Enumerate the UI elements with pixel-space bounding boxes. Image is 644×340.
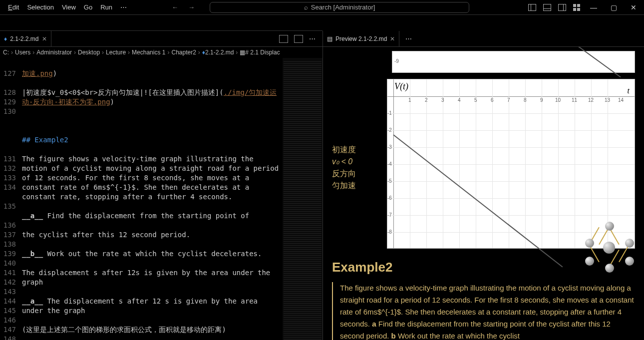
editor-more-icon[interactable]: ⋯ bbox=[309, 35, 317, 42]
menu-view[interactable]: View bbox=[58, 1, 80, 13]
menu-go[interactable]: Go bbox=[80, 1, 96, 13]
search-icon: ⌕ bbox=[304, 3, 308, 11]
code-content[interactable]: 加速.png) |初速度$v_0$<0$<br>反方向匀加速|![在这里插入图片… bbox=[22, 58, 283, 340]
tab-preview[interactable]: ▤ Preview 2.1-2.2.md ✕ bbox=[323, 31, 399, 46]
toggle-secondary-sidebar-icon[interactable] bbox=[558, 4, 566, 11]
maximize-button[interactable]: ▢ bbox=[607, 3, 620, 11]
tab-label: 2.1-2.2.md bbox=[10, 35, 38, 42]
menu-edit[interactable]: Edit bbox=[4, 1, 23, 13]
chart-fragment-top: -9 bbox=[392, 51, 635, 73]
close-preview-tab-icon[interactable]: ✕ bbox=[390, 35, 395, 42]
search-placeholder: Search [Administrator] bbox=[311, 3, 375, 11]
close-window-button[interactable]: ✕ bbox=[627, 3, 640, 11]
preview-pane: ▤ Preview 2.1-2.2.md ✕ ⋯ -9 初速度 v₀ < 0 反… bbox=[323, 31, 644, 340]
preview-body-text: The figure shows a velocity-time graph i… bbox=[332, 282, 635, 340]
nav-forward-icon[interactable]: → bbox=[188, 3, 195, 11]
toggle-primary-sidebar-icon[interactable] bbox=[528, 4, 536, 11]
editor-area[interactable]: 127 128 129 130 131 132 133 134 135 136 … bbox=[0, 58, 322, 340]
toggle-panel-icon[interactable] bbox=[543, 4, 551, 11]
tab-editor-file[interactable]: ♦ 2.1-2.2.md ✕ bbox=[0, 31, 51, 46]
menu-more[interactable]: ⋯ bbox=[116, 1, 132, 13]
menu-run[interactable]: Run bbox=[96, 1, 116, 13]
breadcrumb[interactable]: C:› Users› Administrator› Desktop› Lectu… bbox=[0, 47, 322, 58]
preview-content[interactable]: -9 初速度 v₀ < 0 反方向 匀加速 V(t) t bbox=[323, 47, 644, 340]
minimap[interactable] bbox=[283, 58, 322, 340]
customize-layout-icon[interactable] bbox=[573, 4, 580, 11]
editor-pane: ♦ 2.1-2.2.md ✕ ⋯ C:› Users› Administrato… bbox=[0, 31, 323, 340]
split-editor-icon[interactable] bbox=[279, 35, 288, 43]
preview-more-icon[interactable]: ⋯ bbox=[405, 35, 413, 42]
close-tab-icon[interactable]: ✕ bbox=[42, 35, 47, 42]
open-preview-icon[interactable] bbox=[294, 35, 303, 43]
preview-icon: ▤ bbox=[327, 35, 332, 42]
y-axis-label: V(t) bbox=[394, 81, 408, 92]
markdown-file-icon: ♦ bbox=[4, 35, 7, 42]
nav-back-icon[interactable]: ← bbox=[172, 3, 178, 11]
molecule-overlay-icon bbox=[584, 222, 634, 272]
minimize-button[interactable]: — bbox=[587, 3, 600, 11]
search-input[interactable]: ⌕ Search [Administrator] bbox=[210, 2, 469, 13]
chart-annotation: 初速度 v₀ < 0 反方向 匀加速 bbox=[332, 79, 387, 249]
x-axis-label: t bbox=[628, 86, 630, 95]
menu-selection[interactable]: Selection bbox=[23, 1, 57, 13]
tab-preview-label: Preview 2.1-2.2.md bbox=[335, 35, 387, 42]
line-number-gutter: 127 128 129 130 131 132 133 134 135 136 … bbox=[0, 58, 22, 340]
menubar: Edit Selection View Go Run ⋯ ← → ⌕ Searc… bbox=[0, 0, 644, 15]
